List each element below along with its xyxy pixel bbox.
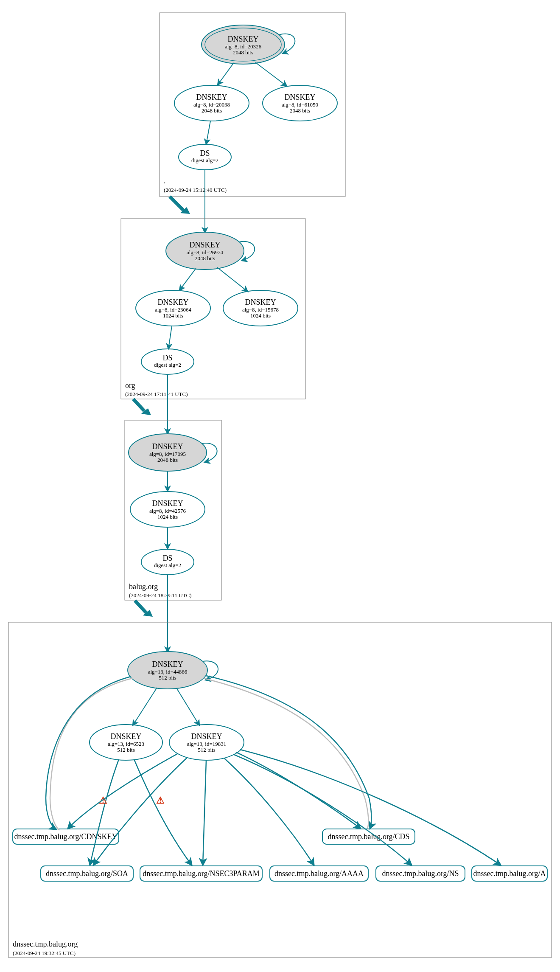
node-root-ksk[interactable]: DNSKEY alg=8, id=20326 2048 bits [202, 25, 285, 64]
node-leaf-ksk[interactable]: DNSKEY alg=13, id=44866 512 bits [128, 652, 207, 689]
svg-text:alg=13, id=6523: alg=13, id=6523 [108, 741, 144, 747]
svg-text:DNSKEY: DNSKEY [110, 732, 141, 741]
svg-text:alg=8, id=42576: alg=8, id=42576 [149, 508, 186, 514]
svg-text:DNSKEY: DNSKEY [152, 660, 183, 669]
svg-text:(2024-09-24 15:12:40 UTC): (2024-09-24 15:12:40 UTC) [164, 187, 227, 193]
node-balug-ksk[interactable]: DNSKEY alg=8, id=17095 2048 bits [129, 434, 207, 471]
svg-text:DNSKEY: DNSKEY [245, 298, 276, 306]
svg-text:DNSKEY: DNSKEY [227, 35, 258, 43]
edge-leaf-zsk1-nsec3p [134, 759, 192, 865]
rr-cdnskey[interactable]: dnssec.tmp.balug.org/CDNSKEY [13, 829, 119, 844]
zone-org-name: org [125, 381, 135, 390]
svg-text:digest alg=2: digest alg=2 [154, 362, 181, 368]
node-balug-ds[interactable]: DS digest alg=2 [141, 549, 194, 575]
svg-text:digest alg=2: digest alg=2 [191, 157, 218, 163]
node-root-zsk2[interactable]: DNSKEY alg=8, id=61050 2048 bits [263, 85, 337, 121]
svg-text:alg=8, id=17095: alg=8, id=17095 [149, 451, 186, 457]
svg-text:alg=8, id=20326: alg=8, id=20326 [225, 43, 262, 50]
svg-text:DNSKEY: DNSKEY [152, 499, 183, 508]
svg-text:digest alg=2: digest alg=2 [154, 562, 181, 568]
svg-text:alg=8, id=23064: alg=8, id=23064 [155, 306, 192, 313]
edge-root-zsk1-ds [206, 121, 210, 144]
svg-text:DNSKEY: DNSKEY [284, 93, 315, 101]
node-leaf-zsk1[interactable]: DNSKEY alg=13, id=6523 512 bits [90, 725, 162, 760]
svg-text:dnssec.tmp.balug.org/SOA: dnssec.tmp.balug.org/SOA [46, 869, 128, 878]
svg-rect-54 [8, 622, 552, 958]
node-leaf-zsk2[interactable]: DNSKEY alg=13, id=19831 512 bits [169, 725, 244, 760]
svg-text:balug.org: balug.org [129, 582, 158, 591]
svg-text:(2024-09-24 19:32:45 UTC): (2024-09-24 19:32:45 UTC) [13, 950, 76, 956]
edge-root-ksk-zsk1 [218, 63, 234, 85]
edge-root-ksk-zsk2 [255, 62, 287, 86]
node-root-ds[interactable]: DS digest alg=2 [179, 144, 231, 170]
zone-root: . (2024-09-24 15:12:40 UTC) DNSKEY alg=8… [160, 13, 345, 197]
svg-text:DNSKEY: DNSKEY [196, 93, 227, 101]
zone-balug-name: balug.org [129, 582, 158, 591]
svg-text:1024 bits: 1024 bits [163, 312, 183, 319]
edge-leaf-ksk-zsk2 [176, 688, 199, 725]
warning-icon: ⚠ [156, 795, 165, 806]
svg-text:alg=8, id=20038: alg=8, id=20038 [193, 101, 230, 108]
svg-text:512 bits: 512 bits [117, 747, 135, 753]
edge-org-zsk1-ds [168, 326, 172, 349]
svg-text:dnssec.tmp.balug.org/NSEC3PARA: dnssec.tmp.balug.org/NSEC3PARAM [143, 869, 260, 878]
rr-soa[interactable]: dnssec.tmp.balug.org/SOA [41, 866, 133, 881]
svg-text:DNSKEY: DNSKEY [152, 442, 183, 451]
zonearrow-balug-leaf [135, 601, 146, 612]
rr-ns[interactable]: dnssec.tmp.balug.org/NS [376, 866, 465, 881]
edge-leaf-zsk2-ns [234, 755, 412, 865]
svg-text:1024 bits: 1024 bits [250, 312, 271, 319]
svg-text:.: . [164, 177, 166, 185]
svg-text:2048 bits: 2048 bits [233, 49, 253, 56]
svg-text:DS: DS [162, 354, 172, 362]
rr-a[interactable]: dnssec.tmp.balug.org/A [472, 866, 547, 881]
svg-text:alg=8, id=61050: alg=8, id=61050 [282, 101, 318, 108]
edge-org-ksk-zsk1 [179, 268, 196, 290]
svg-text:alg=13, id=19831: alg=13, id=19831 [187, 741, 227, 747]
zone-org: org (2024-09-24 17:11:41 UTC) DNSKEY alg… [121, 219, 305, 399]
svg-text:DS: DS [200, 149, 210, 157]
svg-text:512 bits: 512 bits [159, 674, 176, 681]
svg-text:DNSKEY: DNSKEY [157, 298, 188, 306]
rr-nsec3param[interactable]: dnssec.tmp.balug.org/NSEC3PARAM [140, 866, 262, 881]
svg-text:dnssec.tmp.balug.org/CDNSKEY: dnssec.tmp.balug.org/CDNSKEY [14, 832, 117, 841]
svg-text:DNSKEY: DNSKEY [191, 732, 222, 741]
svg-text:alg=8, id=15678: alg=8, id=15678 [242, 306, 279, 313]
edge-org-ksk-zsk2 [217, 267, 248, 292]
node-org-zsk1[interactable]: DNSKEY alg=8, id=23064 1024 bits [136, 290, 210, 326]
rr-aaaa[interactable]: dnssec.tmp.balug.org/AAAA [270, 866, 368, 881]
svg-text:dnssec.tmp.balug.org/AAAA: dnssec.tmp.balug.org/AAAA [274, 869, 364, 878]
edge-leaf-zsk2-cdnskey [68, 754, 177, 829]
edge-leaf-zsk2-nsec3p [203, 760, 206, 865]
svg-text:dnssec.tmp.balug.org/NS: dnssec.tmp.balug.org/NS [382, 869, 459, 878]
node-balug-zsk[interactable]: DNSKEY alg=8, id=42576 1024 bits [130, 492, 205, 527]
svg-text:2048 bits: 2048 bits [195, 255, 215, 261]
node-org-ds[interactable]: DS digest alg=2 [141, 349, 194, 374]
svg-text:dnssec.tmp.balug.org: dnssec.tmp.balug.org [13, 940, 78, 948]
zone-root-name: . [164, 177, 166, 185]
edge-leaf-zsk2-aaaa [224, 758, 314, 865]
svg-text:2048 bits: 2048 bits [157, 457, 178, 463]
svg-text:alg=8, id=26974: alg=8, id=26974 [187, 249, 224, 256]
svg-text:org: org [125, 381, 135, 390]
edge-leaf-zsk1-soa [90, 759, 119, 865]
zone-leaf-name: dnssec.tmp.balug.org [13, 940, 78, 948]
zone-leaf: dnssec.tmp.balug.org (2024-09-24 19:32:4… [8, 622, 552, 958]
svg-text:dnssec.tmp.balug.org/CDS: dnssec.tmp.balug.org/CDS [328, 832, 409, 841]
zone-balug-ts: (2024-09-24 18:39:11 UTC) [129, 592, 192, 598]
zone-leaf-ts: (2024-09-24 19:32:45 UTC) [13, 950, 76, 956]
svg-text:512 bits: 512 bits [198, 747, 216, 753]
svg-text:(2024-09-24 17:11:41 UTC): (2024-09-24 17:11:41 UTC) [125, 391, 188, 397]
edge-leaf-ksk-zsk1 [133, 688, 157, 725]
node-root-zsk1[interactable]: DNSKEY alg=8, id=20038 2048 bits [174, 85, 249, 121]
svg-text:2048 bits: 2048 bits [202, 107, 222, 114]
svg-text:dnssec.tmp.balug.org/A: dnssec.tmp.balug.org/A [473, 869, 546, 878]
zone-org-ts: (2024-09-24 17:11:41 UTC) [125, 391, 188, 397]
svg-text:(2024-09-24 18:39:11 UTC): (2024-09-24 18:39:11 UTC) [129, 592, 192, 598]
node-org-zsk2[interactable]: DNSKEY alg=8, id=15678 1024 bits [223, 290, 298, 326]
svg-text:alg=13, id=44866: alg=13, id=44866 [148, 669, 188, 675]
svg-text:DS: DS [162, 554, 172, 562]
node-org-ksk[interactable]: DNSKEY alg=8, id=26974 2048 bits [166, 232, 244, 270]
zonearrow-root-org [170, 197, 183, 210]
zone-root-ts: (2024-09-24 15:12:40 UTC) [164, 187, 227, 193]
